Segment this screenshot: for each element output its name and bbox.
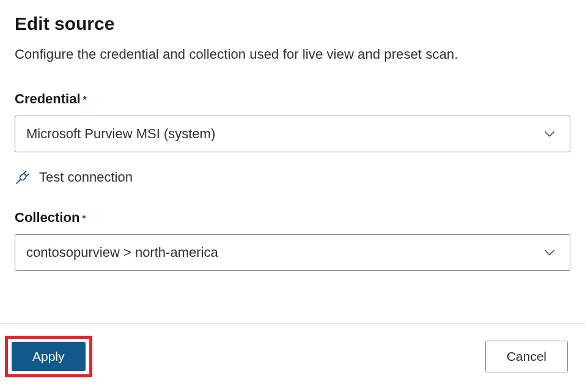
- collection-dropdown[interactable]: contosopurview > north-america: [15, 234, 570, 271]
- required-asterisk: *: [82, 213, 86, 224]
- test-connection-link[interactable]: Test connection: [15, 169, 570, 185]
- collection-field-group: Collection* contosopurview > north-ameri…: [15, 210, 570, 271]
- chevron-down-icon: [543, 127, 556, 141]
- credential-dropdown[interactable]: Microsoft Purview MSI (system): [15, 116, 570, 152]
- credential-field-group: Credential* Microsoft Purview MSI (syste…: [15, 91, 570, 152]
- test-connection-label: Test connection: [39, 169, 133, 185]
- credential-selected-value: Microsoft Purview MSI (system): [26, 126, 215, 142]
- collection-label: Collection: [15, 210, 79, 226]
- footer: Apply Cancel: [0, 323, 585, 392]
- page-description: Configure the credential and collection …: [15, 45, 570, 64]
- page-title: Edit source: [15, 13, 570, 34]
- cancel-button[interactable]: Cancel: [485, 341, 568, 372]
- chevron-down-icon: [543, 246, 556, 259]
- credential-label: Credential: [15, 91, 81, 107]
- collection-selected-value: contosopurview > north-america: [26, 245, 218, 261]
- apply-button[interactable]: Apply: [12, 342, 86, 371]
- apply-highlight-box: Apply: [5, 336, 92, 377]
- required-asterisk: *: [83, 95, 87, 105]
- plug-icon: [15, 169, 31, 185]
